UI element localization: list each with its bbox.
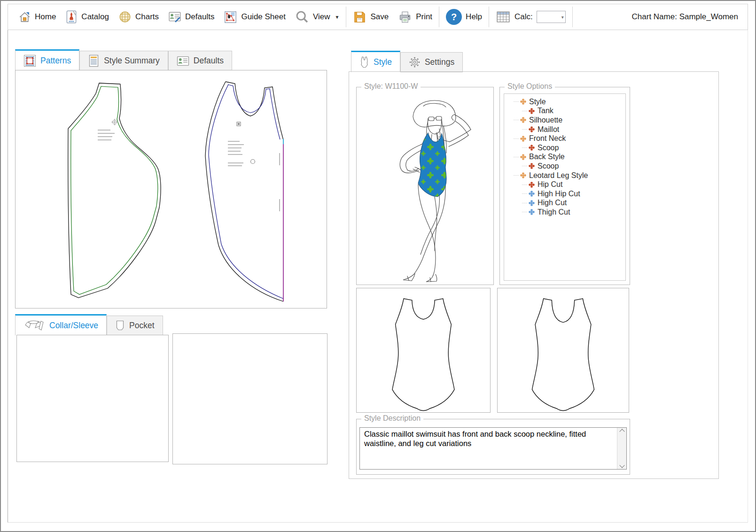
home-label: Home	[35, 12, 56, 22]
swimsuit-back-view-drawing	[498, 288, 629, 412]
collar-sleeve-icon	[23, 319, 45, 332]
tree-item-tank[interactable]: Tank	[522, 107, 625, 116]
catalog-button[interactable]: Catalog	[61, 10, 114, 24]
calc-label: Calc:	[514, 12, 533, 22]
toolbar-separator	[439, 7, 439, 27]
swimsuit-back-view-box	[497, 288, 629, 413]
patterns-canvas[interactable]	[15, 70, 327, 308]
left-sub-tabs: Collar/Sleeve Pocket	[15, 314, 163, 336]
defaults-label: Defaults	[185, 12, 214, 22]
tab-style[interactable]: Style	[351, 51, 400, 72]
tab-style-summary[interactable]: Style Summary	[79, 51, 168, 71]
help-button[interactable]: ? Help	[441, 9, 487, 25]
tree-item-silhouette[interactable]: Silhouette	[514, 116, 625, 125]
help-icon: ?	[446, 9, 462, 25]
view-icon	[295, 10, 309, 24]
view-label: View	[313, 12, 330, 22]
save-button[interactable]: Save	[348, 10, 393, 24]
style-description-field[interactable]: Classic maillot swimsuit has front and b…	[359, 427, 627, 470]
style-options-group-title: Style Options	[505, 82, 555, 91]
fashion-figure-illustration	[357, 87, 492, 284]
home-icon	[18, 11, 31, 23]
scroll-down-arrow-icon[interactable]	[619, 463, 624, 468]
tab-collar-sleeve[interactable]: Collar/Sleeve	[15, 314, 107, 336]
tree-item-hip-cut[interactable]: Hip Cut	[522, 180, 625, 189]
home-button[interactable]: Home	[14, 11, 61, 23]
guide-sheet-label: Guide Sheet	[241, 12, 286, 22]
application-window: Home Catalog Charts Defaults Guide Sheet	[0, 0, 756, 532]
print-button[interactable]: Print	[393, 10, 437, 24]
save-icon	[353, 10, 366, 24]
charts-label: Charts	[135, 12, 159, 22]
left-panel-tabs: Patterns Style Summary Defaults	[15, 49, 232, 71]
swimsuit-front-view-box	[356, 288, 491, 413]
tab-pocket-label: Pocket	[129, 321, 155, 331]
style-figure-group: Style: W1100-W	[356, 87, 494, 285]
view-button[interactable]: View ▼	[290, 10, 344, 24]
calc-dropdown[interactable]: ▾	[537, 11, 566, 23]
patterns-icon	[23, 54, 36, 67]
tree-item-thigh-cut[interactable]: Thigh Cut	[522, 208, 625, 217]
print-icon	[398, 10, 412, 24]
style-tab-content: Style: W1100-W	[349, 71, 719, 479]
style-description-group-title: Style Description	[361, 414, 423, 423]
pocket-icon	[115, 320, 125, 332]
guide-sheet-icon	[224, 10, 237, 24]
style-description-group: Style Description Classic maillot swimsu…	[356, 419, 630, 475]
catalog-icon	[65, 10, 78, 24]
tab-settings-label: Settings	[425, 57, 454, 67]
charts-button[interactable]: Charts	[114, 10, 164, 23]
style-summary-icon	[88, 54, 100, 67]
pattern-pieces-drawing	[16, 70, 327, 308]
style-description-text: Classic maillot swimsuit has front and b…	[360, 428, 617, 469]
style-description-scrollbar[interactable]	[617, 428, 626, 469]
tab-patterns[interactable]: Patterns	[15, 49, 79, 71]
tab-collar-sleeve-label: Collar/Sleeve	[49, 321, 98, 331]
collar-sleeve-preview-box[interactable]	[16, 335, 169, 462]
main-toolbar: Home Catalog Charts Defaults Guide Sheet	[8, 4, 748, 30]
defaults-icon	[168, 11, 181, 23]
swimsuit-front-view-drawing	[357, 288, 490, 412]
tab-defaults-label: Defaults	[194, 56, 224, 66]
tree-item-high-cut[interactable]: High Cut	[522, 199, 625, 208]
tree-item-maillot[interactable]: Maillot	[522, 125, 625, 134]
calc-group: Calc: ▾	[491, 10, 570, 24]
toolbar-separator	[346, 7, 346, 27]
save-label: Save	[370, 12, 389, 22]
guide-sheet-button[interactable]: Guide Sheet	[219, 10, 290, 24]
print-label: Print	[416, 12, 432, 22]
settings-gear-icon	[409, 56, 421, 68]
scroll-up-arrow-icon[interactable]	[619, 429, 624, 434]
defaults-button[interactable]: Defaults	[164, 11, 219, 23]
tab-patterns-label: Patterns	[40, 56, 71, 66]
tree-item-back-scoop[interactable]: Scoop	[522, 162, 625, 171]
tree-item-back-style[interactable]: Back Style	[514, 153, 625, 162]
tree-item-front-neck[interactable]: Front Neck	[514, 134, 625, 143]
tree-item-front-scoop[interactable]: Scoop	[522, 143, 625, 153]
tab-pocket[interactable]: Pocket	[107, 316, 163, 336]
view-dropdown-caret: ▼	[335, 15, 339, 20]
style-figure-group-title: Style: W1100-W	[361, 82, 421, 91]
help-label: Help	[466, 12, 482, 22]
calc-grid-icon	[496, 10, 511, 24]
defaults-card-icon	[177, 55, 189, 67]
charts-icon	[118, 10, 132, 23]
style-options-tree: Style Tank Silhouette Maillot Front Neck…	[504, 93, 626, 281]
tab-style-summary-label: Style Summary	[104, 56, 160, 66]
style-options-group: Style Options Style Tank Silhouette Mail…	[499, 87, 630, 285]
toolbar-separator	[489, 7, 489, 27]
tab-style-label: Style	[374, 57, 392, 67]
tree-item-high-hip-cut[interactable]: High Hip Cut	[522, 189, 625, 199]
tab-defaults[interactable]: Defaults	[168, 51, 232, 71]
calc-dropdown-caret: ▾	[561, 15, 564, 20]
toolbar-separator	[572, 7, 573, 27]
tree-item-leotard-leg-style[interactable]: Leotard Leg Style	[514, 171, 625, 180]
catalog-label: Catalog	[81, 12, 109, 22]
pocket-preview-box[interactable]	[172, 333, 327, 464]
chart-name-label: Chart Name: Sample_Women	[627, 12, 742, 22]
tab-settings[interactable]: Settings	[400, 52, 463, 72]
style-swimsuit-icon	[359, 56, 369, 68]
right-panel-tabs: Style Settings	[351, 51, 463, 72]
tree-item-style[interactable]: Style	[514, 97, 625, 107]
